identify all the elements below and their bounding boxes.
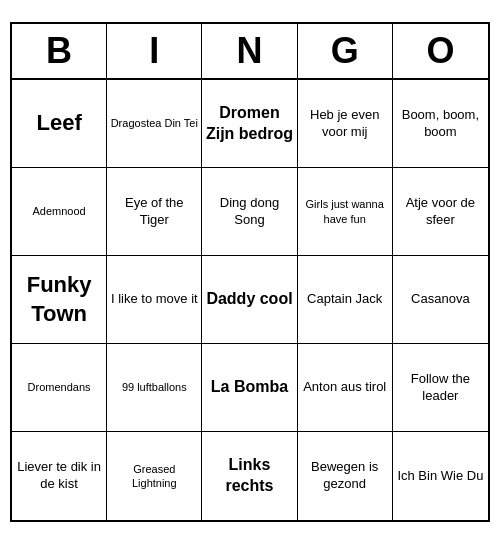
cell-label: Heb je even voor mij <box>301 107 389 141</box>
bingo-cell-1: Dragostea Din Tei <box>107 80 202 168</box>
bingo-cell-10: Funky Town <box>12 256 107 344</box>
cell-label: I like to move it <box>111 291 198 308</box>
bingo-cell-19: Follow the leader <box>393 344 488 432</box>
bingo-letter-n: N <box>202 24 297 78</box>
cell-label: La Bomba <box>211 377 288 398</box>
cell-label: Bewegen is gezond <box>301 459 389 493</box>
bingo-cell-24: Ich Bin Wie Du <box>393 432 488 520</box>
bingo-header: BINGO <box>12 24 488 80</box>
cell-label: Ademnood <box>32 204 85 218</box>
bingo-cell-8: Girls just wanna have fun <box>298 168 393 256</box>
bingo-letter-o: O <box>393 24 488 78</box>
bingo-cell-13: Captain Jack <box>298 256 393 344</box>
bingo-cell-18: Anton aus tirol <box>298 344 393 432</box>
bingo-cell-14: Casanova <box>393 256 488 344</box>
cell-label: Casanova <box>411 291 470 308</box>
cell-label: 99 luftballons <box>122 380 187 394</box>
bingo-cell-9: Atje voor de sfeer <box>393 168 488 256</box>
cell-label: Leef <box>36 109 81 138</box>
cell-label: Funky Town <box>15 271 103 328</box>
cell-label: Liever te dik in de kist <box>15 459 103 493</box>
cell-label: Links rechts <box>205 455 293 497</box>
cell-label: Anton aus tirol <box>303 379 386 396</box>
cell-label: Ding dong Song <box>205 195 293 229</box>
bingo-cell-5: Ademnood <box>12 168 107 256</box>
bingo-cell-22: Links rechts <box>202 432 297 520</box>
bingo-cell-6: Eye of the Tiger <box>107 168 202 256</box>
bingo-cell-2: Dromen Zijn bedrog <box>202 80 297 168</box>
cell-label: Dragostea Din Tei <box>111 116 198 130</box>
cell-label: Follow the leader <box>396 371 485 405</box>
bingo-letter-g: G <box>298 24 393 78</box>
cell-label: Boom, boom, boom <box>396 107 485 141</box>
cell-label: Eye of the Tiger <box>110 195 198 229</box>
cell-label: Atje voor de sfeer <box>396 195 485 229</box>
cell-label: Dromen Zijn bedrog <box>205 103 293 145</box>
bingo-cell-23: Bewegen is gezond <box>298 432 393 520</box>
bingo-cell-4: Boom, boom, boom <box>393 80 488 168</box>
bingo-cell-16: 99 luftballons <box>107 344 202 432</box>
bingo-cell-12: Daddy cool <box>202 256 297 344</box>
bingo-cell-11: I like to move it <box>107 256 202 344</box>
cell-label: Ich Bin Wie Du <box>397 468 483 485</box>
cell-label: Greased Lightning <box>110 462 198 491</box>
bingo-letter-i: I <box>107 24 202 78</box>
bingo-cell-7: Ding dong Song <box>202 168 297 256</box>
cell-label: Captain Jack <box>307 291 382 308</box>
bingo-cell-3: Heb je even voor mij <box>298 80 393 168</box>
cell-label: Girls just wanna have fun <box>301 197 389 226</box>
cell-label: Dromendans <box>28 380 91 394</box>
bingo-cell-20: Liever te dik in de kist <box>12 432 107 520</box>
bingo-cell-0: Leef <box>12 80 107 168</box>
bingo-grid: LeefDragostea Din TeiDromen Zijn bedrogH… <box>12 80 488 520</box>
cell-label: Daddy cool <box>206 289 292 310</box>
bingo-cell-17: La Bomba <box>202 344 297 432</box>
bingo-letter-b: B <box>12 24 107 78</box>
bingo-card: BINGO LeefDragostea Din TeiDromen Zijn b… <box>10 22 490 522</box>
bingo-cell-15: Dromendans <box>12 344 107 432</box>
bingo-cell-21: Greased Lightning <box>107 432 202 520</box>
